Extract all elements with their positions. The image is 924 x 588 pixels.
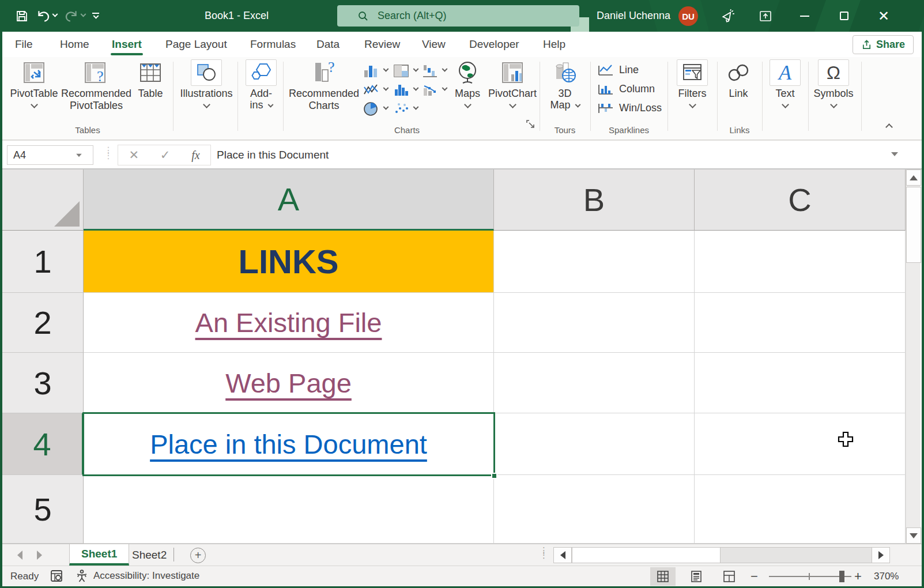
insert-column-chart-button[interactable] bbox=[362, 62, 392, 80]
text-dropdown-chevron[interactable] bbox=[782, 101, 789, 108]
hyperlink-place-in-document[interactable]: Place in this Document bbox=[150, 428, 427, 460]
symbols-button[interactable]: Ω Symbols bbox=[812, 59, 855, 107]
minimize-button[interactable] bbox=[791, 0, 818, 32]
insert-statistic-chart-button[interactable] bbox=[392, 81, 422, 99]
tab-insert[interactable]: Insert bbox=[110, 32, 144, 57]
collapse-ribbon-button[interactable] bbox=[887, 122, 892, 132]
cell-c4[interactable] bbox=[695, 413, 906, 475]
scroll-up-button[interactable] bbox=[906, 169, 921, 186]
share-button[interactable]: Share bbox=[853, 35, 914, 54]
expand-formula-bar-icon[interactable] bbox=[891, 152, 898, 156]
cell-b2[interactable] bbox=[494, 293, 695, 353]
horizontal-scrollbar[interactable] bbox=[553, 547, 890, 563]
addins-button[interactable]: Add- ins bbox=[241, 59, 281, 111]
fill-handle[interactable] bbox=[491, 473, 497, 479]
sparkline-column-button[interactable]: Column bbox=[597, 80, 655, 97]
maps-button[interactable]: Maps bbox=[451, 59, 484, 107]
column-header-b[interactable]: B bbox=[494, 169, 695, 231]
maximize-button[interactable] bbox=[831, 0, 857, 32]
cell-b4[interactable] bbox=[494, 413, 695, 475]
text-button[interactable]: A Text bbox=[767, 59, 804, 107]
undo-button[interactable] bbox=[32, 5, 61, 28]
row-header-4[interactable]: 4 bbox=[2, 413, 84, 475]
save-button[interactable] bbox=[12, 5, 32, 28]
ribbon-display-options-button[interactable] bbox=[752, 0, 779, 32]
account-area[interactable]: Daniel Uchenna bbox=[597, 0, 670, 32]
view-page-layout-button[interactable] bbox=[684, 567, 709, 586]
cell-c3[interactable] bbox=[695, 353, 906, 413]
column-header-c[interactable]: C bbox=[695, 169, 906, 231]
recommended-pivottables-button[interactable]: ? Recommended PivotTables bbox=[59, 59, 134, 112]
name-box-dropdown-icon[interactable] bbox=[76, 153, 82, 157]
tab-view[interactable]: View bbox=[420, 32, 448, 57]
select-all-corner[interactable] bbox=[2, 169, 84, 231]
cancel-icon[interactable]: ✕ bbox=[129, 148, 139, 162]
sparkline-line-button[interactable]: Line bbox=[597, 61, 639, 78]
sheet-nav-next[interactable] bbox=[37, 551, 42, 560]
scroll-right-button[interactable] bbox=[872, 547, 890, 563]
insert-line-chart-button[interactable] bbox=[362, 81, 392, 99]
cell-c5[interactable] bbox=[695, 475, 906, 544]
pivotchart-button[interactable]: PivotChart bbox=[485, 59, 540, 107]
formula-bar-grip[interactable]: ⋮⋮ bbox=[104, 148, 113, 158]
tab-file[interactable]: File bbox=[13, 32, 35, 57]
accessibility-status[interactable]: Accessibility: Investigate bbox=[75, 569, 199, 583]
link-button[interactable]: Link bbox=[721, 59, 756, 100]
macro-record-button[interactable] bbox=[50, 569, 63, 586]
sheet-tab-sheet2[interactable]: Sheet2 bbox=[120, 544, 178, 566]
zoom-out-button[interactable]: − bbox=[750, 569, 758, 584]
view-page-break-button[interactable] bbox=[716, 567, 742, 586]
3d-map-dropdown-chevron[interactable] bbox=[575, 102, 580, 108]
search-box[interactable] bbox=[337, 5, 579, 27]
table-button[interactable]: Table bbox=[133, 59, 168, 100]
insert-scatter-chart-button[interactable] bbox=[392, 100, 422, 118]
insert-function-icon[interactable]: fx bbox=[191, 149, 199, 162]
row-header-2[interactable]: 2 bbox=[2, 293, 84, 353]
tab-help[interactable]: Help bbox=[541, 32, 568, 57]
pivotchart-dropdown-chevron[interactable] bbox=[509, 101, 516, 108]
avatar[interactable]: DU bbox=[678, 6, 698, 26]
cell-a2[interactable]: An Existing File bbox=[84, 293, 494, 353]
zoom-in-button[interactable]: + bbox=[854, 569, 862, 584]
cell-a1[interactable]: LINKS bbox=[84, 231, 494, 293]
illustrations-button[interactable]: Illustrations bbox=[178, 59, 235, 107]
symbols-dropdown-chevron[interactable] bbox=[830, 101, 838, 108]
name-box-input[interactable] bbox=[7, 149, 71, 161]
tab-data[interactable]: Data bbox=[314, 32, 342, 57]
customize-quick-access-button[interactable] bbox=[89, 5, 103, 28]
insert-combo-chart-button[interactable] bbox=[421, 81, 451, 99]
tab-home[interactable]: Home bbox=[58, 32, 92, 57]
hyperlink-existing-file[interactable]: An Existing File bbox=[195, 307, 382, 338]
sheet-nav-previous[interactable] bbox=[17, 551, 22, 560]
zoom-slider-thumb[interactable] bbox=[839, 571, 844, 582]
enter-check-icon[interactable]: ✓ bbox=[160, 148, 171, 162]
cell-b5[interactable] bbox=[494, 475, 695, 544]
formula-input[interactable] bbox=[217, 145, 880, 165]
pivottable-button[interactable]: PivotTable bbox=[8, 59, 60, 107]
tab-developer[interactable]: Developer bbox=[467, 32, 522, 57]
cell-b1[interactable] bbox=[494, 231, 695, 293]
horizontal-scrollbar-thumb[interactable] bbox=[572, 547, 721, 563]
row-header-3[interactable]: 3 bbox=[2, 353, 84, 413]
addins-dropdown-chevron[interactable] bbox=[267, 102, 273, 108]
illustrations-dropdown-chevron[interactable] bbox=[203, 101, 210, 108]
insert-hierarchy-chart-button[interactable] bbox=[392, 62, 422, 80]
insert-pie-chart-button[interactable] bbox=[362, 100, 392, 118]
close-button[interactable]: ✕ bbox=[870, 0, 897, 32]
filters-button[interactable]: Filters bbox=[671, 59, 714, 107]
row-header-5[interactable]: 5 bbox=[2, 475, 84, 544]
view-normal-button[interactable] bbox=[650, 567, 676, 586]
cell-a3[interactable]: Web Page bbox=[84, 353, 494, 413]
redo-button[interactable] bbox=[61, 5, 89, 28]
filters-dropdown-chevron[interactable] bbox=[689, 101, 696, 108]
vertical-scrollbar[interactable] bbox=[906, 169, 921, 544]
tab-review[interactable]: Review bbox=[362, 32, 402, 57]
tab-formulas[interactable]: Formulas bbox=[248, 32, 298, 57]
pivottable-dropdown-chevron[interactable] bbox=[31, 101, 38, 108]
cell-a4[interactable]: Place in this Document bbox=[84, 413, 494, 475]
redo-dropdown-chevron[interactable] bbox=[81, 12, 86, 17]
recommended-charts-button[interactable]: ? Recommended Charts bbox=[288, 59, 360, 112]
cell-a5[interactable] bbox=[84, 475, 494, 544]
zoom-level[interactable]: 370% bbox=[874, 571, 899, 582]
scroll-down-button[interactable] bbox=[906, 527, 921, 544]
